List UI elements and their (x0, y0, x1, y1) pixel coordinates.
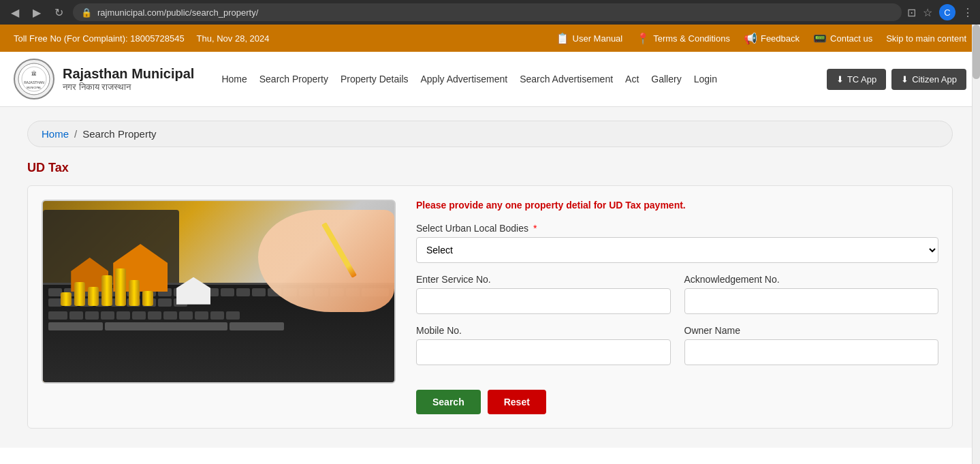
owner-name-group: Owner Name (684, 325, 939, 365)
feedback-link[interactable]: 📢 Feedback (744, 32, 800, 45)
main-content: Home / Search Property UD Tax (0, 107, 980, 448)
scrollbar-thumb[interactable] (973, 25, 980, 79)
toll-free-text: Toll Free No (For Complaint): 1800572854… (14, 33, 185, 44)
skip-to-main[interactable]: Skip to main content (886, 33, 966, 44)
header-action-buttons: ⬇ TC App ⬇ Citizen App (827, 69, 966, 90)
nav-apply-advertisement[interactable]: Apply Advertisement (421, 74, 508, 84)
contact-link[interactable]: 📟 Contact us (813, 32, 872, 45)
top-bar: Toll Free No (For Complaint): 1800572854… (0, 25, 980, 52)
mobile-no-input[interactable] (416, 339, 671, 365)
service-ack-row: Enter Service No. Acknowledgement No. (416, 274, 938, 325)
search-button[interactable]: Search (416, 390, 481, 414)
logo-emblem: 🏛 RAJASTHAN MUNICIPAL (14, 59, 54, 99)
nav-property-details[interactable]: Property Details (341, 74, 409, 84)
contact-icon: 📟 (813, 32, 827, 45)
scrollbar-track[interactable] (972, 25, 980, 448)
breadcrumb-current: Search Property (82, 128, 156, 140)
user-manual-label: User Manual (573, 33, 623, 44)
required-indicator: * (533, 223, 537, 234)
owner-name-input[interactable] (684, 339, 939, 365)
mobile-owner-row: Mobile No. Owner Name (416, 325, 938, 376)
service-no-input[interactable] (416, 288, 671, 314)
browser-toolbar: ⊡ ☆ C ⋮ (907, 4, 973, 20)
feedback-label: Feedback (761, 33, 800, 44)
ulb-form-group: Select Urban Local Bodies * Select Jaipu… (416, 223, 938, 263)
ack-no-input[interactable] (684, 288, 939, 314)
ack-no-label: Acknowledgement No. (684, 274, 939, 285)
mobile-no-label: Mobile No. (416, 325, 671, 336)
user-manual-link[interactable]: 📋 User Manual (556, 32, 623, 45)
image-bg (43, 201, 394, 382)
terms-label: Terms & Conditions (653, 33, 730, 44)
nav-act[interactable]: Act (625, 74, 639, 84)
terms-link[interactable]: 📍 Terms & Conditions (636, 32, 730, 45)
form-notice-text: Please provide any one property detial f… (416, 200, 938, 211)
mobile-no-group: Mobile No. (416, 325, 671, 365)
menu-icon[interactable]: ⋮ (962, 6, 973, 19)
bookmark-icon[interactable]: ☆ (923, 6, 932, 19)
service-no-label: Enter Service No. (416, 274, 671, 285)
site-header: 🏛 RAJASTHAN MUNICIPAL Rajasthan Municipa… (0, 52, 980, 107)
form-card: Please provide any one property detial f… (27, 185, 953, 429)
org-subname: नगर निकाय राजस्थान (63, 82, 194, 93)
service-no-group: Enter Service No. (416, 274, 671, 314)
tc-app-label: TC App (847, 74, 876, 84)
nav-home[interactable]: Home (221, 74, 247, 84)
section-title: UD Tax (27, 161, 953, 175)
date-text: Thu, Nov 28, 2024 (197, 33, 270, 44)
svg-point-0 (18, 63, 50, 95)
user-manual-icon: 📋 (556, 32, 569, 45)
top-bar-left: Toll Free No (For Complaint): 1800572854… (14, 33, 556, 44)
top-bar-right: 📋 User Manual 📍 Terms & Conditions 📢 Fee… (556, 32, 966, 45)
reset-button[interactable]: Reset (488, 390, 546, 414)
coins-graphic (61, 268, 153, 306)
nav-gallery[interactable]: Gallery (651, 74, 681, 84)
profile-icon[interactable]: C (939, 4, 955, 20)
browser-chrome: ◀ ▶ ↻ 🔒 rajmunicipal.com/public/search_p… (0, 0, 980, 25)
location-icon: 📍 (636, 32, 650, 45)
back-button[interactable]: ◀ (7, 3, 23, 22)
svg-text:🏛: 🏛 (31, 70, 37, 77)
url-text: rajmunicipal.com/public/search_property/ (97, 7, 258, 18)
download-icon-citizen: ⬇ (901, 74, 908, 84)
megaphone-icon: 📢 (744, 32, 757, 45)
svg-text:MUNICIPAL: MUNICIPAL (27, 86, 42, 89)
citizen-app-label: Citizen App (912, 74, 957, 84)
refresh-button[interactable]: ↻ (50, 3, 67, 22)
ack-no-group: Acknowledgement No. (684, 274, 939, 314)
property-search-form: Please provide any one property detial f… (416, 200, 938, 414)
svg-text:RAJASTHAN: RAJASTHAN (24, 80, 44, 84)
white-house-graphic (176, 277, 210, 305)
form-actions: Search Reset (416, 390, 938, 414)
property-image (42, 200, 396, 384)
nav-login[interactable]: Login (694, 74, 717, 84)
ulb-label-text: Select Urban Local Bodies (416, 223, 528, 234)
org-name: Rajasthan Municipal (63, 65, 194, 82)
logo-area: 🏛 RAJASTHAN MUNICIPAL Rajasthan Municipa… (14, 59, 194, 99)
forward-button[interactable]: ▶ (29, 3, 45, 22)
breadcrumb: Home / Search Property (27, 121, 953, 147)
nav-search-property[interactable]: Search Property (259, 74, 328, 84)
cast-icon[interactable]: ⊡ (907, 6, 916, 19)
ulb-select[interactable]: Select Jaipur Jodhpur Kota Bikaner Ajmer… (416, 237, 938, 263)
citizen-app-button[interactable]: ⬇ Citizen App (891, 69, 966, 90)
tc-app-button[interactable]: ⬇ TC App (827, 69, 886, 90)
breadcrumb-home-link[interactable]: Home (42, 128, 69, 140)
owner-name-label: Owner Name (684, 325, 939, 336)
ulb-label: Select Urban Local Bodies * (416, 223, 938, 234)
address-bar[interactable]: 🔒 rajmunicipal.com/public/search_propert… (73, 3, 902, 21)
contact-label: Contact us (830, 33, 872, 44)
breadcrumb-separator: / (74, 128, 77, 140)
nav-search-advertisement[interactable]: Search Advertisement (520, 74, 613, 84)
download-icon-tc: ⬇ (836, 74, 844, 84)
logo-text-area: Rajasthan Municipal नगर निकाय राजस्थान (63, 65, 194, 93)
main-nav: Home Search Property Property Details Ap… (221, 74, 827, 84)
